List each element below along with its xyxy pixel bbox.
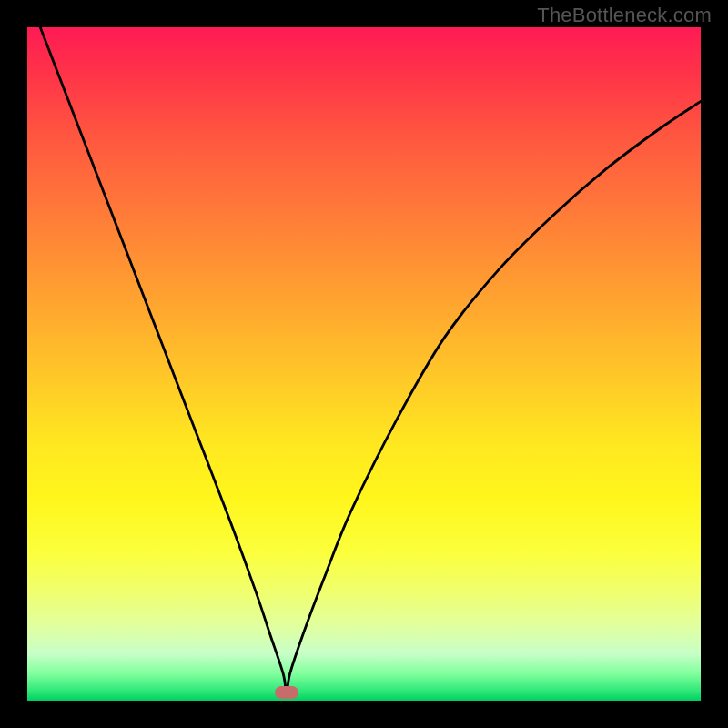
curve-svg [27,27,701,701]
bottleneck-curve-path [27,27,701,694]
minimum-marker [275,686,298,699]
plot-area [27,27,701,701]
watermark-text: TheBottleneck.com [537,4,712,27]
